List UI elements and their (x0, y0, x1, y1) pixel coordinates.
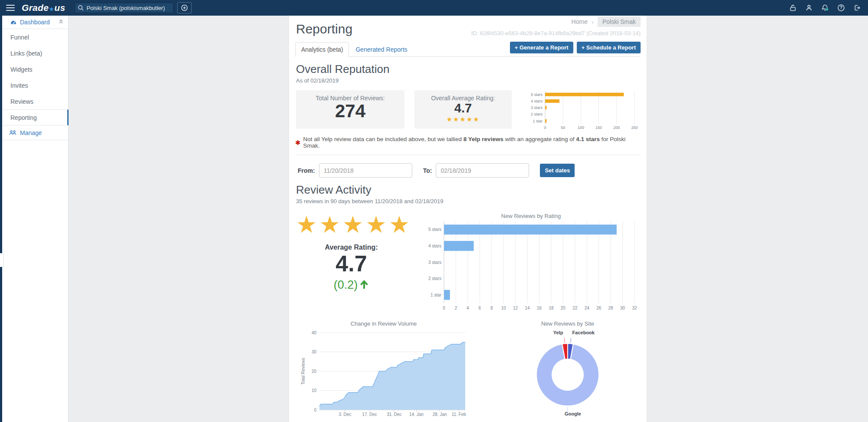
rating-change: (0.2) (334, 278, 369, 292)
panel-collapse-handle[interactable] (0, 253, 4, 267)
svg-text:20: 20 (312, 369, 317, 374)
svg-text:Yelp: Yelp (553, 330, 563, 335)
svg-text:5 stars: 5 stars (428, 227, 441, 232)
svg-text:250: 250 (631, 125, 638, 130)
average-rating-box: Overall Average Rating: 4.7 ★★★★★ (414, 90, 512, 129)
svg-text:24: 24 (585, 306, 590, 310)
profile-id-line: ID: 626f4530-e563-4b28-8e7a-914fb9a29bd7… (471, 30, 641, 36)
chart-title: Change in Review Volume (299, 320, 469, 327)
sidebar: Dashboard Funnel Links (beta) Widgets In… (2, 16, 69, 422)
schedule-report-button[interactable]: + Schedule a Report (577, 42, 641, 53)
brand-star-icon: ★ (49, 6, 54, 12)
breadcrumb-home-link[interactable]: Home (572, 18, 588, 25)
average-rating-value: 4.7 (296, 251, 407, 276)
sidebar-item-dashboard[interactable]: Dashboard (2, 16, 68, 29)
user-icon[interactable] (804, 3, 814, 13)
tabs-bar: Analytics (beta) Generated Reports + Gen… (295, 42, 641, 57)
sidebar-item-label: Manage (20, 129, 42, 136)
tab-analytics[interactable]: Analytics (beta) (295, 42, 349, 57)
average-rating-label: Average Rating: (296, 244, 407, 251)
svg-text:3 stars: 3 stars (531, 106, 543, 110)
svg-text:5 stars: 5 stars (531, 92, 543, 97)
page-header: Reporting Home › Polski Smak ID: 626f453… (295, 16, 641, 36)
sidebar-item-label: Dashboard (20, 19, 50, 26)
to-label: To: (423, 167, 432, 174)
help-icon[interactable]: ? (836, 3, 846, 13)
tab-generated-reports[interactable]: Generated Reports (349, 43, 414, 56)
period-rating-block: ★★★★★ Average Rating: 4.7 (0.2) (296, 212, 407, 311)
yelp-note-text: Not all Yelp review data can be included… (303, 136, 464, 142)
logout-icon[interactable] (852, 3, 862, 13)
chart-title: New Reviews by Site (503, 320, 633, 327)
sidebar-item-label: Invites (10, 82, 28, 89)
svg-text:4: 4 (467, 306, 469, 310)
svg-text:14: 14 (525, 306, 530, 310)
sidebar-item-invites[interactable]: Invites (2, 77, 68, 93)
total-reviews-box: Total Number of Reviews: 274 (296, 90, 404, 129)
chart-title: New Reviews by Rating (421, 213, 641, 219)
brand-text-1: Grade (22, 3, 49, 13)
generate-report-button[interactable]: + Generate a Report (510, 42, 573, 53)
svg-text:28. Jan: 28. Jan (433, 412, 447, 417)
yelp-note-text: with an aggregate rating of (503, 136, 576, 142)
set-dates-button[interactable]: Set dates (540, 164, 575, 177)
svg-text:22: 22 (572, 306, 578, 310)
search-input[interactable] (75, 3, 174, 13)
to-date-input[interactable] (436, 163, 529, 178)
svg-text:50: 50 (561, 125, 565, 130)
svg-text:26: 26 (596, 306, 602, 310)
svg-text:1 star: 1 star (431, 293, 442, 297)
yelp-disclaimer: ✱ Not all Yelp review data can be includ… (295, 136, 641, 149)
from-label: From: (298, 167, 315, 174)
search-icon (77, 4, 84, 13)
svg-text:14. Jan: 14. Jan (409, 412, 424, 417)
date-filter: From: To: Set dates (298, 163, 641, 178)
rating-change-value: (0.2) (334, 278, 358, 292)
brand-text-2: us (54, 3, 65, 13)
review-activity-subtitle: 35 reviews in 90 days between 11/20/2018… (296, 198, 641, 204)
total-reviews-value: 274 (296, 102, 404, 121)
svg-text:3. Dec: 3. Dec (339, 412, 351, 417)
svg-text:11. Feb: 11. Feb (452, 412, 467, 417)
from-date-input[interactable] (319, 163, 412, 178)
svg-text:12: 12 (513, 306, 518, 310)
breadcrumb-chevron-icon: › (592, 18, 594, 26)
svg-text:4 stars: 4 stars (531, 99, 543, 103)
brand-logo[interactable]: Grade ★ us (22, 3, 65, 13)
bottom-charts-row: Change in Review Volume 010203040Total R… (295, 320, 641, 419)
svg-text:0: 0 (544, 125, 546, 130)
sidebar-item-label: Reporting (10, 114, 37, 121)
svg-text:Google: Google (565, 411, 581, 416)
svg-text:31. Dec: 31. Dec (387, 412, 401, 417)
notifications-bell-icon[interactable] (820, 3, 830, 13)
sidebar-item-reporting[interactable]: Reporting (2, 109, 69, 125)
sidebar-item-links[interactable]: Links (beta) (2, 45, 68, 61)
svg-text:16: 16 (537, 306, 542, 310)
as-of-date: As of 02/18/2019 (296, 77, 641, 84)
sidebar-item-manage[interactable]: Manage (2, 125, 68, 140)
svg-text:2 stars: 2 stars (531, 112, 543, 116)
sidebar-item-reviews[interactable]: Reviews (2, 93, 68, 109)
svg-text:8: 8 (490, 306, 493, 310)
sidebar-item-funnel[interactable]: Funnel (2, 29, 68, 45)
svg-text:17. Dec: 17. Dec (362, 412, 377, 417)
svg-text:0: 0 (443, 306, 445, 310)
yelp-icon: ✱ (295, 139, 301, 146)
svg-text:30: 30 (620, 306, 625, 310)
lock-icon[interactable] (788, 3, 798, 13)
add-business-button[interactable] (177, 2, 192, 13)
new-reviews-by-site-chart: YelpFacebookGoogle (503, 328, 633, 419)
reputation-distribution-chart: 0501001502002505 stars4 stars3 stars2 st… (527, 90, 641, 130)
svg-text:100: 100 (578, 125, 584, 130)
change-in-review-volume-chart: 010203040Total Reviews3. Dec17. Dec31. D… (299, 328, 469, 418)
review-activity-heading: Review Activity (296, 183, 641, 197)
sidebar-item-label: Links (beta) (10, 50, 42, 57)
svg-text:40: 40 (312, 330, 317, 335)
sidebar-item-widgets[interactable]: Widgets (2, 61, 68, 77)
collapse-chevrons-icon[interactable] (58, 19, 64, 26)
hamburger-menu-icon[interactable] (6, 5, 15, 11)
breadcrumb-current: Polski Smak (598, 16, 641, 27)
svg-text:150: 150 (595, 125, 602, 130)
svg-text:10: 10 (501, 306, 506, 310)
svg-text:Facebook: Facebook (572, 330, 595, 335)
